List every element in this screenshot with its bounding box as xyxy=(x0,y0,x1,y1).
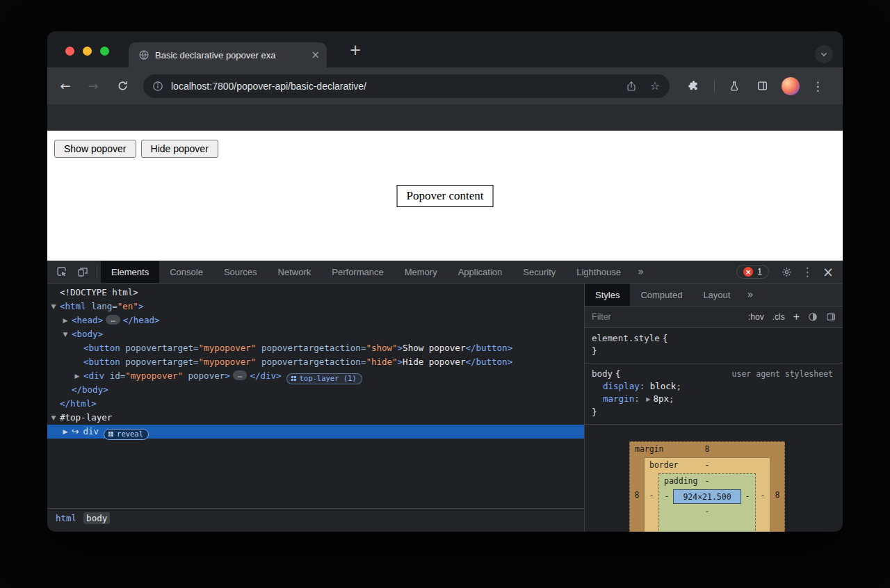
error-icon xyxy=(743,267,753,277)
devtools-tab-sources[interactable]: Sources xyxy=(213,261,268,283)
devtools-menu-icon[interactable] xyxy=(797,265,818,279)
devtools-tab-performance[interactable]: Performance xyxy=(321,261,394,283)
expand-value-arrow[interactable]: ▶ xyxy=(646,393,650,406)
expand-arrow[interactable]: ▶ xyxy=(60,425,70,439)
tree-node[interactable]: ▶<head>…</head> xyxy=(47,313,584,327)
breadcrumb-html[interactable]: html xyxy=(53,512,79,524)
side-panel-icon[interactable] xyxy=(752,76,772,96)
code-token: "mypopover" xyxy=(125,370,183,381)
page-buttons: Show popover Hide popover xyxy=(54,140,218,158)
extensions-icon[interactable] xyxy=(683,76,703,96)
styles-more-tabs-icon[interactable]: » xyxy=(741,284,759,306)
ellipsis-button[interactable]: … xyxy=(106,315,120,325)
tree-node[interactable]: <!DOCTYPE html> xyxy=(47,286,584,300)
browser-menu-icon[interactable] xyxy=(808,76,827,96)
box-model-diagram[interactable]: margin 8 8 8 border - - - - padding xyxy=(629,441,785,532)
css-property: display xyxy=(603,381,640,391)
reveal-arrow-icon: ↪ xyxy=(72,426,79,436)
tab-close-icon[interactable]: × xyxy=(311,49,320,60)
devtools-tab-security[interactable]: Security xyxy=(512,261,566,283)
browser-tab[interactable]: Basic declarative popover exa × xyxy=(129,42,327,67)
padding-top-value: - xyxy=(659,477,755,486)
pseudo-state-button[interactable]: :hov xyxy=(748,312,764,322)
ellipsis-button[interactable]: … xyxy=(233,370,248,380)
zoom-window-button[interactable] xyxy=(100,47,109,56)
code-token: Hide popover xyxy=(403,357,465,367)
bookmark-star-icon[interactable] xyxy=(649,79,661,92)
tree-node[interactable]: ▼#top-layer xyxy=(47,411,584,425)
devtools-settings-icon[interactable] xyxy=(776,267,797,277)
styles-tab-styles[interactable]: Styles xyxy=(585,284,630,306)
code-token: </button> xyxy=(465,357,512,367)
close-brace: } xyxy=(592,345,597,356)
expand-arrow[interactable]: ▼ xyxy=(60,327,70,341)
code-token: </body> xyxy=(72,384,108,395)
hide-popover-button[interactable]: Hide popover xyxy=(141,140,218,158)
device-toolbar-icon[interactable] xyxy=(72,261,93,283)
tab-search-button[interactable] xyxy=(815,45,833,63)
expand-arrow[interactable]: ▶ xyxy=(72,369,82,383)
code-token: <button xyxy=(83,343,120,353)
console-error-badge[interactable]: 1 xyxy=(736,265,769,279)
devtools-tab-network[interactable]: Network xyxy=(268,261,322,283)
devtools-tab-application[interactable]: Application xyxy=(448,261,513,283)
devtools-tab-console[interactable]: Console xyxy=(159,261,213,283)
stylesheet-origin: user agent stylesheet xyxy=(732,368,836,380)
show-popover-button[interactable]: Show popover xyxy=(54,140,136,158)
body-style-rule[interactable]: body{ user agent stylesheet display: blo… xyxy=(585,364,843,425)
close-window-button[interactable] xyxy=(65,47,74,56)
expand-arrow[interactable]: ▼ xyxy=(49,300,58,313)
web-page: Show popover Hide popover Popover conten… xyxy=(47,131,843,261)
share-icon[interactable] xyxy=(625,81,638,92)
tree-node[interactable]: </html> xyxy=(47,397,584,411)
breadcrumb-body[interactable]: body xyxy=(83,512,110,524)
css-value: 8px xyxy=(653,393,669,404)
css-declaration-margin[interactable]: margin: ▶8px; xyxy=(592,393,836,406)
devtools-tab-memory[interactable]: Memory xyxy=(394,261,448,283)
code-token: : xyxy=(640,381,650,391)
inspect-element-icon[interactable] xyxy=(51,261,72,283)
expand-arrow[interactable]: ▼ xyxy=(49,411,58,425)
labs-flask-icon[interactable] xyxy=(725,76,744,96)
tree-node[interactable]: ▶<div id="mypopover" popover>…</div>top-… xyxy=(47,369,584,383)
padding-box: padding - - - - 924×21.500 xyxy=(658,473,756,532)
top-layer-badge[interactable]: top-layer (1) xyxy=(286,373,362,384)
devtools-tab-elements[interactable]: Elements xyxy=(101,261,159,283)
new-tab-button[interactable]: + xyxy=(346,41,364,59)
code-token: Show popover xyxy=(403,343,465,353)
more-panels-icon[interactable]: » xyxy=(631,261,650,283)
address-bar[interactable]: localhost:7800/popover-api/basic-declara… xyxy=(143,74,670,98)
reload-icon xyxy=(117,80,129,92)
styles-tab-layout[interactable]: Layout xyxy=(693,284,741,306)
expand-arrow[interactable]: ▶ xyxy=(60,313,70,327)
tree-node[interactable]: <button popovertarget="mypopover" popove… xyxy=(47,355,584,369)
minimize-window-button[interactable] xyxy=(83,47,92,56)
sidebar-toggle-icon[interactable] xyxy=(826,312,836,322)
code-token: "show" xyxy=(366,343,397,353)
elements-tree-pane: <!DOCTYPE html>▼<html lang="en">▶<head>…… xyxy=(47,284,584,532)
back-button[interactable] xyxy=(56,76,75,96)
site-info-icon[interactable] xyxy=(152,81,164,92)
element-style-rule[interactable]: element.style{ } xyxy=(585,328,843,364)
tree-node[interactable]: ▼<body> xyxy=(47,327,584,341)
tree-node[interactable]: </body> xyxy=(47,383,584,397)
element-class-button[interactable]: .cls xyxy=(772,312,785,322)
tree-node[interactable]: ▶↪divreveal xyxy=(47,425,584,439)
devtools-close-icon[interactable] xyxy=(818,264,839,279)
tree-node[interactable]: <button popovertarget="mypopover" popove… xyxy=(47,341,584,355)
forward-button[interactable] xyxy=(83,76,103,96)
rendering-toggle-icon[interactable] xyxy=(808,312,818,322)
reveal-badge[interactable]: reveal xyxy=(104,429,149,440)
styles-tab-computed[interactable]: Computed xyxy=(630,284,693,306)
profile-avatar[interactable] xyxy=(782,77,800,95)
margin-right-value: 8 xyxy=(770,491,784,500)
new-style-rule-button[interactable]: + xyxy=(793,311,800,323)
devtools-toolbar: ElementsConsoleSourcesNetworkPerformance… xyxy=(47,261,843,284)
filter-input[interactable]: Filter xyxy=(592,312,740,322)
url-text[interactable]: localhost:7800/popover-api/basic-declara… xyxy=(171,81,625,92)
devtools-tab-lighthouse[interactable]: Lighthouse xyxy=(566,261,631,283)
reload-button[interactable] xyxy=(113,76,132,96)
tree-node[interactable]: ▼<html lang="en"> xyxy=(47,300,584,313)
code-token: </div> xyxy=(250,370,281,381)
css-declaration-display[interactable]: display: block; xyxy=(592,380,836,393)
